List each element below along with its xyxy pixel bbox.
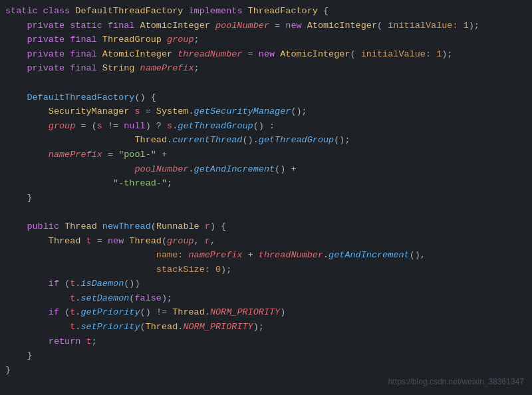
code-line: poolNumber.getAndIncrement() +: [5, 162, 532, 177]
token: setPriority: [80, 322, 140, 332]
token: );: [253, 322, 264, 332]
table-row: private final String namePrefix;: [0, 61, 532, 76]
code-line: [5, 205, 532, 219]
token: System: [156, 106, 189, 116]
token: [5, 265, 156, 275]
token: .: [167, 135, 172, 145]
code-line: if (t.getPriority() != Thread.NORM_PRIOR…: [5, 305, 532, 320]
token: initialValue:: [361, 49, 436, 59]
token: final: [70, 63, 102, 73]
table-row: "-thread-";: [0, 176, 532, 191]
token: [5, 250, 156, 260]
code-line: private final String namePrefix;: [5, 61, 532, 76]
table-row: private final ThreadGroup group;: [0, 33, 532, 47]
code-line: group = (s != null) ? s.getThreadGroup()…: [5, 119, 532, 134]
token: [5, 92, 27, 102]
token: new: [285, 21, 307, 31]
token: =: [242, 49, 258, 59]
token: poolNumber: [215, 21, 269, 31]
token: return: [49, 336, 86, 346]
token: namePrefix: [188, 250, 242, 260]
table-row: group = (s != null) ? s.getThreadGroup()…: [0, 119, 532, 134]
token: [5, 221, 27, 231]
token: new: [108, 236, 129, 246]
token: ) {: [210, 221, 226, 231]
token: (: [350, 49, 361, 59]
table-row: stackSize: 0);: [0, 263, 532, 277]
token: 1: [464, 21, 469, 31]
token: getThreadGroup: [259, 135, 334, 145]
token: .: [323, 250, 329, 260]
code-container: static class DefaultThreadFactory implem…: [0, 4, 532, 377]
table-row: if (t.isDaemon()): [0, 277, 532, 291]
token: [5, 35, 27, 45]
code-editor: static class DefaultThreadFactory implem…: [0, 0, 532, 395]
token: () !=: [140, 307, 173, 317]
table-row: }: [0, 191, 532, 205]
token: ();: [291, 106, 307, 116]
token: AtomicInteger: [140, 21, 215, 31]
token: +: [242, 250, 258, 260]
code-line: static class DefaultThreadFactory implem…: [5, 4, 532, 19]
token: }: [27, 350, 32, 360]
table-row: }: [0, 348, 532, 363]
token: ,: [194, 236, 205, 246]
table-row: public Thread newThread(Runnable r) {: [0, 219, 532, 234]
token: (),: [410, 250, 426, 260]
token: Thread: [172, 307, 205, 317]
token: [5, 193, 27, 203]
token: null: [124, 121, 145, 131]
token: () :: [253, 121, 275, 131]
token: );: [469, 21, 479, 31]
token: t: [86, 236, 92, 246]
token: Runnable: [156, 221, 205, 231]
code-line: stackSize: 0);: [5, 263, 532, 277]
token: isDaemon: [80, 279, 124, 289]
token: NORM_PRIORITY: [183, 322, 253, 332]
token: Thread: [129, 236, 162, 246]
token: [5, 135, 134, 145]
token: initialValue:: [388, 21, 463, 31]
token: getSecurityManager: [194, 106, 291, 116]
token: namePrefix: [140, 63, 194, 73]
code-line: [5, 76, 532, 90]
token: private: [27, 49, 70, 59]
token: +: [156, 150, 167, 160]
token: group: [49, 121, 76, 131]
token: 0: [215, 265, 221, 275]
table-row: poolNumber.getAndIncrement() +: [0, 162, 532, 177]
token: (: [140, 322, 146, 332]
token: ,: [210, 236, 215, 246]
code-line: DefaultThreadFactory() {: [5, 90, 532, 105]
table-row: namePrefix = "pool-" +: [0, 148, 532, 162]
token: static: [70, 21, 108, 31]
token: [5, 150, 49, 160]
token: implements: [188, 6, 247, 16]
token: new: [259, 49, 280, 59]
table-row: t.setDaemon(false);: [0, 291, 532, 306]
code-line: name: namePrefix + threadNumber.getAndIn…: [5, 248, 532, 263]
token: ;: [194, 35, 200, 45]
token: [5, 236, 49, 246]
token: [5, 178, 113, 188]
token: [5, 307, 49, 317]
token: static: [5, 6, 43, 16]
token: [5, 350, 27, 360]
token: {: [323, 6, 329, 16]
token: .: [188, 106, 194, 116]
token: if: [49, 279, 65, 289]
table-row: name: namePrefix + threadNumber.getAndIn…: [0, 248, 532, 263]
token: private: [27, 63, 70, 73]
code-line: "-thread-";: [5, 176, 532, 191]
token: (: [162, 236, 167, 246]
token: NORM_PRIORITY: [210, 307, 280, 317]
token: SecurityManager: [49, 106, 135, 116]
token: newThread: [102, 221, 151, 231]
token: (: [151, 221, 156, 231]
token: [5, 49, 27, 59]
code-line: if (t.isDaemon()): [5, 277, 532, 291]
table-row: if (t.getPriority() != Thread.NORM_PRIOR…: [0, 305, 532, 320]
code-line: Thread t = new Thread(group, r,: [5, 234, 532, 249]
token: ().: [242, 135, 258, 145]
token: =: [102, 150, 118, 160]
